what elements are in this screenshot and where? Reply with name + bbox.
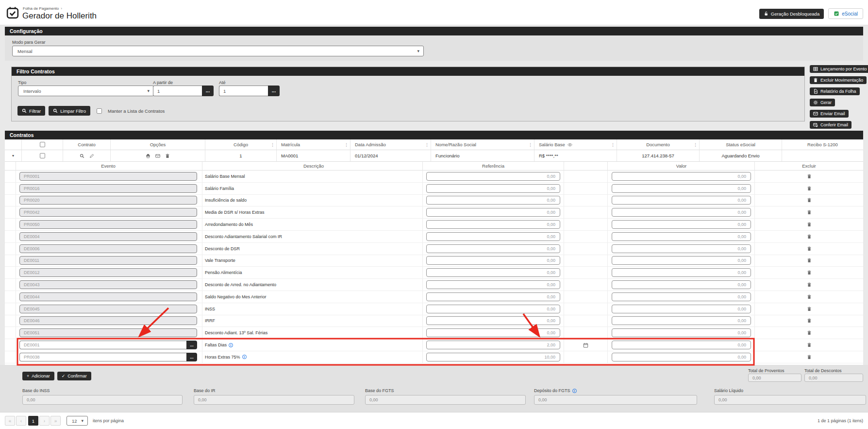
valor-input[interactable]: 0,00 bbox=[612, 280, 751, 289]
row-checkbox[interactable] bbox=[40, 153, 45, 158]
valor-input[interactable]: 0,00 bbox=[612, 268, 751, 277]
referencia-input[interactable]: 0,00 bbox=[426, 220, 560, 229]
evento-code-input[interactable]: PR0042 bbox=[19, 208, 197, 217]
view-contrato-button[interactable] bbox=[80, 154, 84, 158]
esocial-button[interactable]: eSocial bbox=[828, 8, 863, 19]
valor-input[interactable]: 0,00 bbox=[612, 305, 751, 313]
evento-code-input[interactable]: DE0046 bbox=[19, 316, 197, 325]
valor-input[interactable]: 0,00 bbox=[612, 328, 751, 337]
col-data-admissao[interactable]: Data Admissão ⋮ bbox=[351, 139, 431, 150]
col-documento[interactable]: Documento ⋮ bbox=[617, 139, 700, 150]
edit-contrato-button[interactable] bbox=[89, 154, 94, 158]
print-button[interactable] bbox=[146, 154, 150, 158]
info-icon[interactable]: i bbox=[572, 389, 577, 393]
expand-cell[interactable]: ▾ bbox=[5, 150, 22, 161]
excluir-evento-button[interactable] bbox=[807, 186, 812, 191]
excluir-evento-button[interactable] bbox=[807, 318, 812, 323]
evento-code-input[interactable]: PR0001 bbox=[19, 172, 197, 181]
valor-input[interactable]: 0,00 bbox=[612, 184, 751, 193]
breadcrumb-label[interactable]: Folha de Pagamento bbox=[23, 6, 59, 11]
valor-input[interactable]: 0,00 bbox=[612, 353, 751, 361]
referencia-input[interactable]: 0,00 bbox=[426, 196, 560, 205]
col-contrato[interactable]: Contrato bbox=[63, 139, 111, 150]
evento-code-input[interactable]: DE0043 bbox=[19, 280, 197, 289]
referencia-input[interactable]: 10,00 bbox=[426, 353, 560, 361]
evento-code-input[interactable]: PR0050 bbox=[19, 220, 197, 229]
referencia-input[interactable]: 2,00 bbox=[426, 341, 560, 349]
valor-input[interactable]: 0,00 bbox=[612, 244, 751, 253]
col-matricula[interactable]: Matrícula ⋮ bbox=[277, 139, 351, 150]
referencia-input[interactable]: 0,00 bbox=[426, 316, 560, 325]
info-icon[interactable]: i bbox=[229, 343, 233, 347]
current-page-button[interactable]: 1 bbox=[28, 416, 38, 426]
evento-code-input[interactable]: DE0044 bbox=[19, 292, 197, 301]
referencia-input[interactable]: 0,00 bbox=[426, 232, 560, 241]
excluir-evento-button[interactable] bbox=[807, 307, 812, 311]
page-size-select[interactable]: 12 ▾ bbox=[67, 416, 88, 426]
eye-icon[interactable] bbox=[568, 142, 572, 147]
excluir-evento-button[interactable] bbox=[807, 246, 812, 251]
col-salario-base[interactable]: Salário Base ⋮ bbox=[534, 139, 617, 150]
referencia-input[interactable]: 0,00 bbox=[426, 244, 560, 253]
excluir-evento-button[interactable] bbox=[807, 270, 812, 275]
valor-input[interactable]: 0,00 bbox=[612, 341, 751, 349]
referencia-input[interactable]: 0,00 bbox=[426, 184, 560, 193]
manter-lista-checkbox[interactable] bbox=[97, 108, 102, 114]
confirmar-button[interactable]: ✓ Confirmar bbox=[57, 372, 91, 380]
excluir-evento-button[interactable] bbox=[807, 210, 812, 215]
column-menu-icon[interactable]: ⋮ bbox=[270, 142, 275, 147]
col-status-esocial[interactable]: Status eSocial bbox=[700, 139, 782, 150]
referencia-input[interactable]: 0,00 bbox=[426, 208, 560, 217]
col-opcoes[interactable]: Opções bbox=[111, 139, 205, 150]
limpar-filtro-button[interactable]: Limpar Filtro bbox=[49, 106, 90, 116]
ate-lookup-button[interactable]: ... bbox=[268, 86, 280, 96]
a-partir-de-lookup-button[interactable]: ... bbox=[202, 86, 214, 96]
excluir-evento-button[interactable] bbox=[807, 174, 812, 179]
info-icon[interactable]: i bbox=[242, 355, 247, 359]
referencia-input[interactable]: 0,00 bbox=[426, 292, 560, 301]
referencia-input[interactable]: 0,00 bbox=[426, 172, 560, 181]
valor-input[interactable]: 0,00 bbox=[612, 172, 751, 181]
email-button[interactable] bbox=[155, 154, 160, 158]
referencia-input[interactable]: 0,00 bbox=[426, 268, 560, 277]
excluir-evento-button[interactable] bbox=[807, 258, 812, 263]
breadcrumb[interactable]: Folha de Pagamento › bbox=[23, 6, 62, 11]
valor-input[interactable]: 0,00 bbox=[612, 196, 751, 205]
action-button[interactable]: Lançamento por Evento bbox=[810, 65, 868, 73]
excluir-evento-button[interactable] bbox=[807, 222, 812, 227]
prev-page-button[interactable]: ‹ bbox=[16, 416, 26, 426]
evento-code-input[interactable]: DE0004 bbox=[19, 232, 197, 241]
referencia-input[interactable]: 0,00 bbox=[426, 328, 560, 337]
col-codigo[interactable]: Código ⋮ bbox=[205, 139, 277, 150]
column-menu-icon[interactable]: ⋮ bbox=[528, 142, 533, 147]
select-all-checkbox[interactable] bbox=[40, 142, 45, 147]
excluir-evento-button[interactable] bbox=[807, 330, 812, 335]
action-button[interactable]: Relatório da Folha bbox=[810, 87, 860, 95]
evento-code-input[interactable]: DE0045 bbox=[19, 305, 197, 313]
col-recibo-s1200[interactable]: Recibo S-1200 bbox=[782, 139, 863, 150]
evento-code-input[interactable]: PR0038 bbox=[19, 353, 186, 361]
valor-input[interactable]: 0,00 bbox=[612, 292, 751, 301]
action-button[interactable]: Gerar bbox=[810, 99, 835, 106]
referencia-input[interactable]: 0,00 bbox=[426, 305, 560, 313]
column-menu-icon[interactable]: ⋮ bbox=[693, 142, 698, 147]
excluir-evento-button[interactable] bbox=[807, 355, 812, 360]
evento-code-input[interactable]: DE0001 bbox=[19, 341, 186, 349]
evento-code-input[interactable]: PR0020 bbox=[19, 196, 197, 205]
valor-input[interactable]: 0,00 bbox=[612, 316, 751, 325]
generation-unlocked-button[interactable]: Geração Desbloqueada bbox=[759, 9, 824, 19]
excluir-evento-button[interactable] bbox=[807, 282, 812, 287]
valor-input[interactable]: 0,00 bbox=[612, 232, 751, 241]
next-page-button[interactable]: › bbox=[39, 416, 50, 426]
last-page-button[interactable]: » bbox=[50, 416, 61, 426]
col-nome-razao-social[interactable]: Nome/Razão Social ⋮ bbox=[431, 139, 534, 150]
action-button[interactable]: Enviar Email bbox=[810, 110, 849, 118]
column-menu-icon[interactable]: ⋮ bbox=[425, 142, 429, 147]
evento-code-input[interactable]: DE0011 bbox=[19, 256, 197, 265]
valor-input[interactable]: 0,00 bbox=[612, 220, 751, 229]
ate-input[interactable]: 1 bbox=[219, 86, 268, 96]
filtrar-button[interactable]: Filtrar bbox=[17, 106, 45, 116]
column-menu-icon[interactable]: ⋮ bbox=[344, 142, 349, 147]
tipo-select[interactable]: Intervalo ▾ bbox=[18, 86, 154, 96]
evento-lookup-button[interactable]: ... bbox=[186, 341, 197, 349]
